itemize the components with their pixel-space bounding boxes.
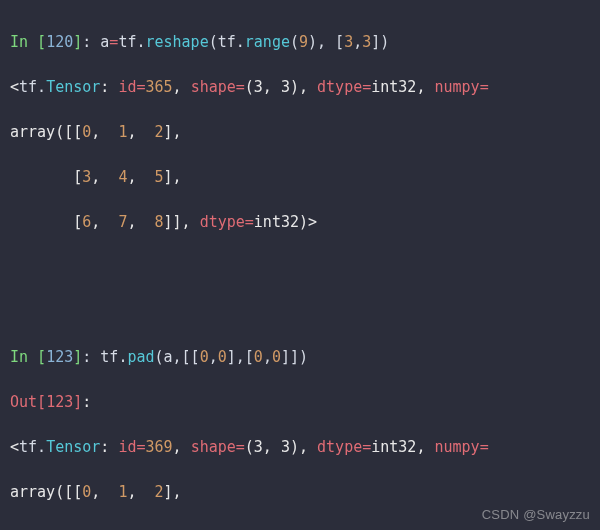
array-row: [3, 4, 5], (10, 166, 590, 189)
out-label: Out (10, 393, 37, 411)
in-label: In (10, 33, 37, 51)
array-row: [6, 7, 8]], dtype=int32)> (10, 211, 590, 234)
tensor-repr: <tf.Tensor: id=369, shape=(3, 3), dtype=… (10, 436, 590, 459)
in-number: 123 (46, 348, 73, 366)
out-line-123: Out[123]: (10, 391, 590, 414)
array-row: array([[0, 1, 2], (10, 121, 590, 144)
tensor-repr: <tf.Tensor: id=365, shape=(3, 3), dtype=… (10, 76, 590, 99)
array-row: array([[0, 1, 2], (10, 481, 590, 504)
in-number: 120 (46, 33, 73, 51)
in-line-120: In [120]: a=tf.reshape(tf.range(9), [3,3… (10, 31, 590, 54)
code-block: In [120]: a=tf.reshape(tf.range(9), [3,3… (0, 0, 600, 530)
out-number: 123 (46, 393, 73, 411)
in-line-123: In [123]: tf.pad(a,[[0,0],[0,0]]) (10, 346, 590, 369)
array-row: [3, 4, 5], (10, 526, 590, 531)
watermark: CSDN @Swayzzu (482, 505, 590, 525)
